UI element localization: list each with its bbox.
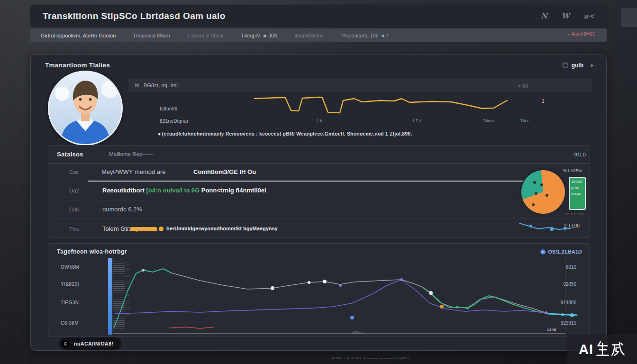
x-axis bbox=[113, 333, 565, 334]
record-icon bbox=[62, 340, 70, 348]
status-icon: G bbox=[540, 249, 546, 255]
row-highlight: Comhtlom3/GE IH Ou bbox=[193, 168, 256, 175]
bullet-icon: ● bbox=[158, 131, 161, 136]
series-label-a: Isflon96 bbox=[160, 106, 177, 111]
toolbar-label: BG8st, og. lrsi bbox=[144, 82, 178, 88]
pie-legend: 1RG40 jRNN iRAA0 bbox=[569, 177, 586, 210]
row-text: Ponn<trnig ñ4nmtll0el bbox=[201, 187, 266, 194]
stats-subtitle: Mailleme Rep—— bbox=[109, 151, 153, 157]
timeline-chart bbox=[48, 259, 591, 335]
pill-dot bbox=[159, 227, 164, 231]
corner-value: 1848 bbox=[547, 328, 556, 332]
row-key: C38 bbox=[69, 207, 79, 212]
dashboard-card: Tmanartloom Tlalies guib ❖ bbox=[30, 55, 607, 351]
axis-tick: 1 K bbox=[314, 118, 325, 123]
axis-tick: Tdot bbox=[518, 118, 531, 123]
page-footnote: Armv| EAuBBAf ————·———— Pgvbdu bbox=[332, 356, 559, 360]
user-avatar[interactable] bbox=[48, 71, 123, 146]
pie-percent-label: % t.A0Rm bbox=[563, 168, 591, 173]
nav-alert[interactable]: - 4asv/8H01 bbox=[568, 31, 595, 36]
legend-line: jRNN bbox=[571, 186, 583, 190]
row-text: MeyPWWY memod are bbox=[101, 168, 166, 175]
nav-item-3[interactable]: T4eqpiV ◄ J0S bbox=[241, 33, 277, 38]
timeline-title: Tagefneon wlea-hotrbgr bbox=[57, 248, 127, 255]
divider bbox=[48, 163, 590, 164]
chart-toolbar: ▤ BG8st, og. lrsi 1 rgg bbox=[128, 79, 592, 91]
pie-chart bbox=[521, 170, 565, 214]
nav-item-2[interactable]: 1 bosor V dbcur bbox=[187, 33, 224, 38]
nav-item-5[interactable]: Posloaitu/S. Drli ◄ / bbox=[341, 33, 388, 38]
trend-mini-chart bbox=[519, 220, 574, 235]
row-key: Og2 bbox=[69, 188, 79, 193]
ai-watermark: AI bbox=[567, 335, 637, 364]
card-title: Tmanartloom Tlalies bbox=[45, 62, 110, 69]
timeline-link-label: OS/1.2EBA1D bbox=[548, 249, 582, 255]
row-key: Cas bbox=[69, 169, 79, 175]
watermark-ai-text: AI bbox=[579, 342, 593, 357]
row-text: Reeoutkdtbort bbox=[102, 187, 146, 194]
legend-line: iRAA0 bbox=[571, 192, 583, 196]
stats-panel: Satalsos Mailleme Rep—— 91L0 Cas MeyPWWY… bbox=[48, 145, 590, 238]
row-link[interactable]: [o4:n oulva/l ta 6G bbox=[146, 187, 201, 194]
stats-top-value: 91L0 bbox=[560, 152, 586, 157]
divider bbox=[56, 218, 568, 219]
corner-decoration bbox=[621, 8, 637, 27]
axis-tick: 1 F.A bbox=[410, 118, 424, 123]
refresh-label: guib bbox=[572, 62, 583, 69]
stats-title: Satalsos bbox=[57, 151, 83, 158]
circle-icon bbox=[563, 63, 568, 68]
user-chip-label: nuACAllNlOA8! bbox=[74, 341, 114, 346]
sparkle-icon: ❖ bbox=[590, 63, 594, 68]
highlight-divider bbox=[88, 181, 523, 182]
toolbar-right-label: 1 rgg bbox=[518, 83, 528, 88]
nav-item-4[interactable]: Itasm6)Soro: bbox=[294, 33, 324, 38]
divider bbox=[56, 200, 568, 200]
refresh-button[interactable]: guib ❖ bbox=[563, 62, 594, 69]
stray-tick: 1 bbox=[542, 99, 545, 104]
avatar-image bbox=[49, 72, 121, 144]
watermark-cjk-glyphs bbox=[596, 341, 625, 358]
user-chip[interactable]: nuACAllNlOA8! bbox=[59, 337, 121, 350]
notification-icon[interactable]: N bbox=[541, 12, 547, 20]
badge-icon[interactable]: W bbox=[562, 12, 570, 20]
chart-note: ●(eeaudleluhnchmtnmanly Remoovens : kcoc… bbox=[158, 131, 433, 136]
x-axis-label: e5Akvm bbox=[352, 330, 364, 335]
axis-tick: 74oor bbox=[481, 118, 496, 123]
row-desc: herUmmldgerwyomıdhommtkt bgyMaegynsy bbox=[166, 226, 278, 231]
row-key: Tlne bbox=[69, 226, 79, 232]
header-icons: N W a< bbox=[541, 5, 594, 27]
app-header: Transkitionn StipSCo Lbrtdasd Oam ualo N… bbox=[30, 5, 607, 27]
legend-line: 1RG40 bbox=[571, 180, 583, 183]
timeline-link[interactable]: G OS/1.2EBA1D bbox=[540, 249, 582, 255]
page: Transkitionn StipSCo Lbrtdasd Oam ualo N… bbox=[0, 0, 637, 364]
progress-pill bbox=[130, 227, 157, 231]
legend-caption: 3I E1.1U bbox=[565, 212, 583, 216]
app-title: Transkitionn StipSCo Lbrtdasd Oam ualo bbox=[43, 11, 226, 21]
nav-item-0[interactable]: Girtrūl oppoolivm, AtoHo Gonton bbox=[41, 33, 116, 38]
calendar-icon: ▤ bbox=[135, 82, 139, 87]
row-text: oumordc 6.2% bbox=[102, 206, 142, 213]
timeline-panel: Tagefneon wlea-hotrbgr G OS/1.2EBA1D OW5… bbox=[48, 243, 590, 337]
nav-item-1[interactable]: Tmajoalid 89am bbox=[133, 33, 170, 38]
user-icon[interactable]: a< bbox=[584, 12, 594, 20]
series-label-b: 821neDiqnar bbox=[160, 118, 191, 124]
top-nav: Girtrūl oppoolivm, AtoHo Gonton Tmajoali… bbox=[30, 28, 607, 42]
